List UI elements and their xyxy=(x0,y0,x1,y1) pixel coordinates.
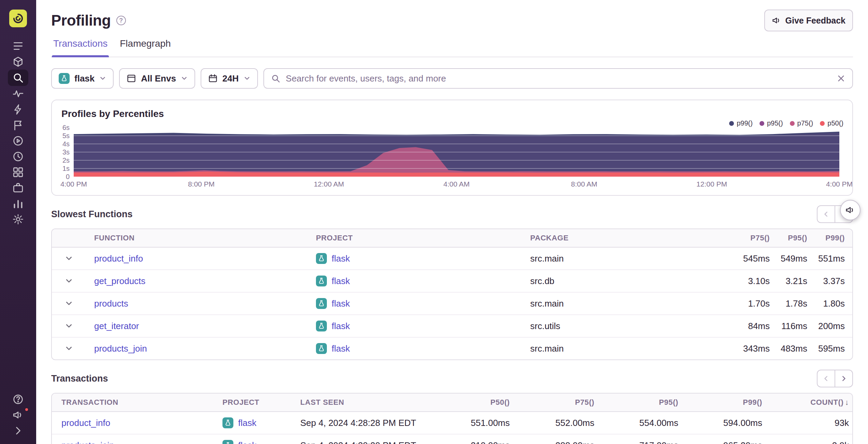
p99-cell: 1.80s xyxy=(807,292,853,314)
calendar-icon xyxy=(208,74,218,83)
sidebar-item-whats-new[interactable] xyxy=(8,407,28,423)
sidebar-item-feedback[interactable] xyxy=(8,117,28,133)
project-link[interactable]: flask xyxy=(332,253,350,264)
prev-page-button[interactable] xyxy=(817,370,835,387)
issues-icon xyxy=(12,40,24,52)
chevron-down-icon xyxy=(65,322,73,330)
p95-cell: 1.78s xyxy=(770,292,807,314)
project-link[interactable]: flask xyxy=(238,440,256,444)
environment-filter-button[interactable]: All Envs xyxy=(119,68,195,89)
p99-cell: 551ms xyxy=(807,248,853,269)
transactions-table: TRANSACTION PROJECT LAST SEEN P50() P75(… xyxy=(51,393,853,444)
table-row[interactable]: products_join flask Sep 4, 2024 4:30:20 … xyxy=(52,434,853,444)
clear-search-icon[interactable] xyxy=(837,74,845,83)
project-link[interactable]: flask xyxy=(332,343,350,354)
col-p75: P75() xyxy=(710,229,770,248)
give-feedback-button[interactable]: Give Feedback xyxy=(764,10,853,31)
flask-project-icon xyxy=(316,253,327,264)
y-axis-tick: 1s xyxy=(52,165,70,172)
tab-flamegraph[interactable]: Flamegraph xyxy=(118,34,172,57)
function-link[interactable]: get_products xyxy=(94,276,145,286)
expand-row-button[interactable] xyxy=(63,297,75,310)
sidebar-item-replays[interactable] xyxy=(8,133,28,149)
p95-cell: 3.21s xyxy=(770,269,807,292)
p75-cell: 3.10s xyxy=(710,269,770,292)
sidebar-item-dashboards[interactable] xyxy=(8,164,28,180)
table-header-row: FUNCTION PROJECT PACKAGE P75() P95() P99… xyxy=(52,229,853,248)
x-axis-tick: 8:00 PM xyxy=(188,180,215,188)
project-link[interactable]: flask xyxy=(332,276,350,286)
sidebar-item-traces[interactable] xyxy=(8,86,28,102)
replays-icon xyxy=(12,135,24,147)
alerts-icon xyxy=(12,104,24,115)
table-row[interactable]: products flask src.main 1.70s 1.78s 1.80… xyxy=(52,292,853,314)
transaction-link[interactable]: product_info xyxy=(61,418,110,428)
col-project: PROJECT xyxy=(308,229,522,248)
expand-row-button[interactable] xyxy=(63,252,75,265)
legend-dot xyxy=(790,121,795,126)
megaphone-icon xyxy=(845,205,855,215)
expand-row-button[interactable] xyxy=(63,320,75,332)
help-icon xyxy=(12,394,24,405)
legend-item[interactable]: p75() xyxy=(790,119,813,127)
table-row[interactable]: product_info flask src.main 545ms 549ms … xyxy=(52,248,853,269)
flask-project-icon xyxy=(316,343,327,354)
col-count[interactable]: COUNT()↓ xyxy=(762,394,853,412)
legend-label: p95() xyxy=(767,119,783,127)
floating-feedback-button[interactable] xyxy=(840,200,860,220)
x-axis-tick: 12:00 AM xyxy=(314,180,344,188)
function-link[interactable]: product_info xyxy=(94,253,143,264)
tab-transactions[interactable]: Transactions xyxy=(52,34,109,57)
whats-new-broadcast-icon xyxy=(12,409,24,421)
date-range-filter-button[interactable]: 24H xyxy=(201,68,258,89)
page-header: Profiling ? Give Feedback xyxy=(51,8,853,33)
sidebar-item-releases[interactable] xyxy=(8,180,28,196)
chevron-down-icon xyxy=(181,75,188,82)
org-avatar[interactable] xyxy=(9,10,27,27)
sidebar-collapse-button[interactable] xyxy=(8,423,28,439)
legend-dot xyxy=(820,121,825,126)
sidebar-item-issues[interactable] xyxy=(8,38,28,54)
function-link[interactable]: products xyxy=(94,298,128,309)
project-link[interactable]: flask xyxy=(238,418,256,428)
dashboards-icon xyxy=(12,166,24,178)
sidebar-item-crons[interactable] xyxy=(8,149,28,164)
next-page-button[interactable] xyxy=(835,370,853,387)
chart-plot-area[interactable] xyxy=(74,128,839,177)
transaction-link[interactable]: products_join xyxy=(61,440,114,444)
flask-project-icon xyxy=(59,73,70,84)
x-axis-tick: 8:00 AM xyxy=(571,180,597,188)
sidebar-item-explore[interactable] xyxy=(8,70,28,86)
sidebar-item-alerts[interactable] xyxy=(8,102,28,117)
count-cell: 3.9k xyxy=(762,434,853,444)
project-link[interactable]: flask xyxy=(332,298,350,309)
search-input[interactable] xyxy=(286,73,831,84)
legend-item[interactable]: p50() xyxy=(820,119,843,127)
expand-row-button[interactable] xyxy=(63,275,75,287)
page-help-icon[interactable]: ? xyxy=(116,16,126,25)
sidebar-item-stats[interactable] xyxy=(8,196,28,211)
x-axis-tick: 12:00 PM xyxy=(696,180,727,188)
function-link[interactable]: products_join xyxy=(94,343,147,354)
package-cell: src.main xyxy=(522,248,710,269)
table-row[interactable]: get_products flask src.db 3.10s 3.21s 3.… xyxy=(52,269,853,292)
project-filter-button[interactable]: flask xyxy=(51,68,114,89)
function-link[interactable]: get_iterator xyxy=(94,321,139,331)
project-link[interactable]: flask xyxy=(332,321,350,331)
col-p99: P99() xyxy=(807,229,853,248)
environment-filter-label: All Envs xyxy=(141,73,176,84)
slowest-functions-title: Slowest Functions xyxy=(51,209,133,220)
sidebar-item-projects[interactable] xyxy=(8,54,28,70)
legend-item[interactable]: p99() xyxy=(729,119,753,127)
sidebar-item-help[interactable] xyxy=(8,391,28,407)
table-row[interactable]: get_iterator flask src.utils 84ms 116ms … xyxy=(52,314,853,337)
sidebar-item-settings[interactable] xyxy=(8,211,28,227)
legend-item[interactable]: p95() xyxy=(760,119,783,127)
prev-page-button[interactable] xyxy=(817,205,835,223)
x-axis-tick: 4:00 PM xyxy=(60,180,87,188)
expand-row-button[interactable] xyxy=(63,342,75,355)
table-row[interactable]: products_join flask src.main 343ms 483ms… xyxy=(52,337,853,359)
col-last-seen: LAST SEEN xyxy=(291,394,437,412)
table-row[interactable]: product_info flask Sep 4, 2024 4:28:28 P… xyxy=(52,412,853,434)
p95-cell: 483ms xyxy=(770,337,807,359)
